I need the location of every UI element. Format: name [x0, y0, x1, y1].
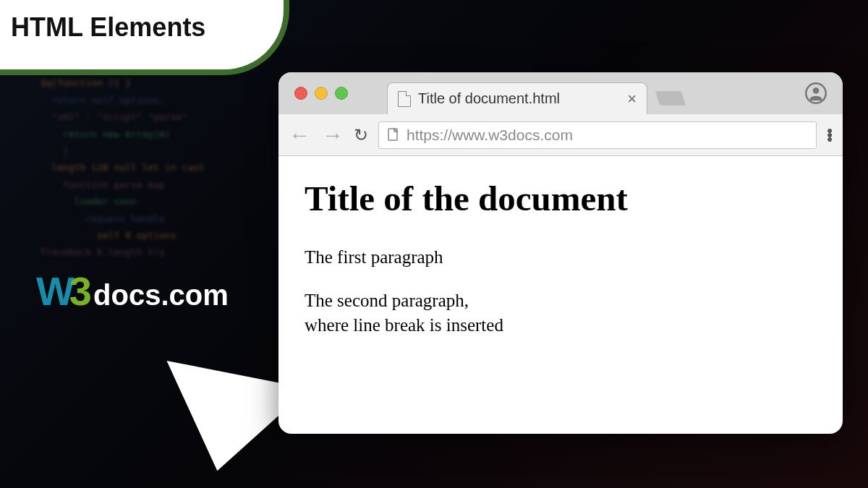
paragraph-2: The second paragraph, where line break i… — [305, 288, 817, 338]
page-heading: Title of the document — [305, 178, 817, 219]
window-controls — [294, 87, 348, 100]
w3docs-logo: W 3 docs .com — [36, 267, 229, 314]
browser-tab[interactable]: Title of document.html × — [387, 82, 647, 114]
back-button[interactable]: ← — [289, 123, 310, 147]
new-tab-button[interactable] — [655, 91, 686, 106]
close-tab-button[interactable]: × — [627, 90, 637, 108]
menu-button[interactable]: ••• — [827, 129, 833, 142]
forward-button[interactable]: → — [322, 123, 344, 147]
browser-toolbar: ← → ↻ https://www.w3docs.com ••• — [278, 114, 843, 156]
tab-title: Title of document.html — [418, 90, 620, 107]
page-info-icon — [388, 128, 399, 142]
paragraph-2-line-2: where line break is inserted — [305, 315, 503, 335]
badge-title: HTML Elements — [11, 12, 205, 43]
paragraph-2-line-1: The second paragraph, — [305, 291, 469, 310]
svg-point-1 — [813, 87, 820, 94]
logo-w-letter: W — [36, 267, 72, 314]
reload-button[interactable]: ↻ — [354, 125, 368, 145]
page-content: Title of the document The first paragrap… — [278, 156, 843, 377]
maximize-window-button[interactable] — [335, 87, 348, 100]
minimize-window-button[interactable] — [315, 87, 328, 100]
logo-com-text: .com — [161, 279, 228, 312]
file-icon — [398, 91, 411, 107]
paragraph-1: The first paragraph — [305, 245, 817, 270]
code-decoration: <html> ( "version" ) $q(function ){ } re… — [29, 58, 205, 261]
browser-tab-bar: Title of document.html × — [278, 72, 843, 114]
account-icon[interactable] — [805, 82, 827, 104]
logo-docs-text: docs — [93, 279, 161, 312]
close-window-button[interactable] — [294, 87, 307, 100]
address-bar[interactable]: https://www.w3docs.com — [378, 121, 817, 149]
header-badge: HTML Elements — [0, 0, 289, 75]
browser-window: Title of document.html × ← → ↻ https://w… — [278, 72, 843, 434]
logo-3-digit: 3 — [69, 267, 92, 314]
url-text: https://www.w3docs.com — [407, 127, 573, 144]
